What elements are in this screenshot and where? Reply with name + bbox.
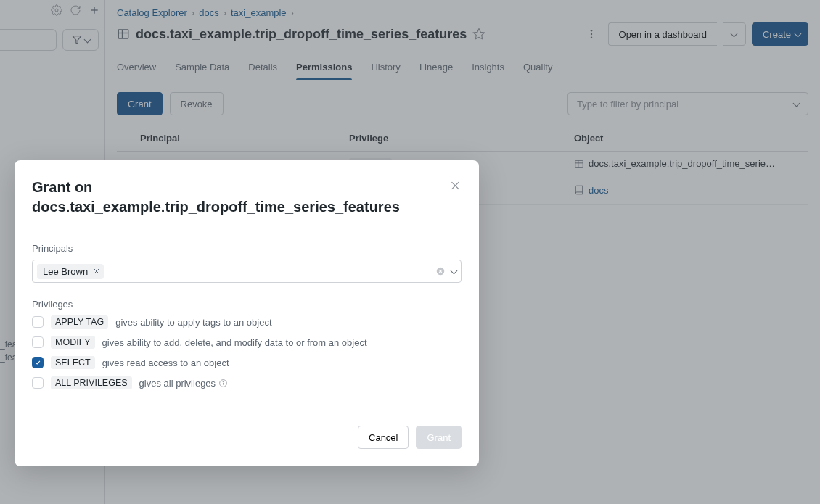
privilege-description: gives ability to apply tags to an object bbox=[115, 317, 271, 328]
chevron-down-icon[interactable] bbox=[451, 267, 458, 274]
privilege-option-select[interactable]: SELECT gives read access to an object bbox=[32, 356, 462, 369]
principals-label: Principals bbox=[32, 243, 462, 254]
modal-overlay[interactable]: Grant on docs.taxi_example.trip_dropoff_… bbox=[0, 0, 820, 504]
svg-point-23 bbox=[223, 381, 224, 381]
privilege-name: APPLY TAG bbox=[51, 315, 108, 329]
privilege-option-all-privileges[interactable]: ALL PRIVILEGES gives all privileges bbox=[32, 376, 462, 389]
privilege-description: gives all privileges bbox=[139, 378, 229, 389]
grant-modal: Grant on docs.taxi_example.trip_dropoff_… bbox=[15, 160, 479, 466]
privileges-label: Privileges bbox=[32, 299, 462, 310]
checkbox-icon[interactable] bbox=[32, 316, 44, 328]
checkbox-icon[interactable] bbox=[32, 377, 44, 389]
privilege-description: gives ability to add, delete, and modify… bbox=[102, 337, 367, 348]
privilege-option-modify[interactable]: MODIFY gives ability to add, delete, and… bbox=[32, 336, 462, 349]
privilege-name: ALL PRIVILEGES bbox=[51, 376, 132, 389]
cancel-button[interactable]: Cancel bbox=[358, 426, 409, 449]
principals-input[interactable]: Lee Brown bbox=[32, 260, 462, 283]
checkbox-icon[interactable] bbox=[32, 357, 44, 368]
checkbox-icon[interactable] bbox=[32, 336, 44, 348]
info-icon[interactable] bbox=[218, 379, 228, 388]
close-icon[interactable] bbox=[449, 179, 462, 192]
principal-chip: Lee Brown bbox=[37, 264, 104, 279]
privilege-name: SELECT bbox=[51, 356, 95, 369]
privilege-description: gives read access to an object bbox=[102, 358, 229, 368]
privilege-name: MODIFY bbox=[51, 336, 95, 349]
clear-all-icon[interactable] bbox=[435, 266, 446, 276]
remove-chip-icon[interactable] bbox=[92, 267, 101, 276]
modal-title: Grant on docs.taxi_example.trip_dropoff_… bbox=[32, 178, 449, 217]
grant-submit-button[interactable]: Grant bbox=[416, 426, 462, 449]
privilege-option-apply-tag[interactable]: APPLY TAG gives ability to apply tags to… bbox=[32, 315, 462, 329]
